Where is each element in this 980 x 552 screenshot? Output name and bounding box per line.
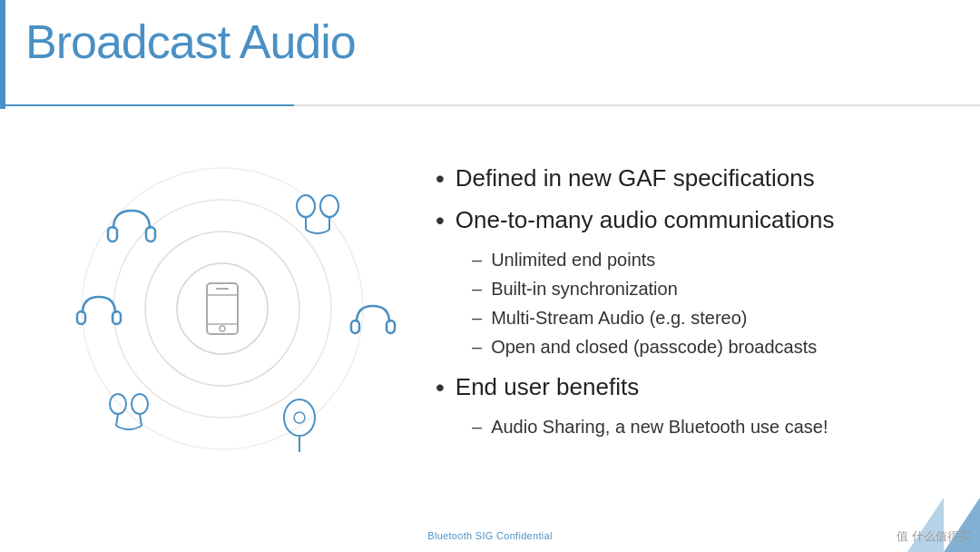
earbuds-icon-tr bbox=[297, 195, 338, 233]
svg-point-7 bbox=[220, 326, 225, 331]
svg-rect-10 bbox=[146, 227, 155, 242]
svg-line-20 bbox=[116, 414, 118, 426]
sub-bullets-3: – Audio Sharing, a new Bluetooth use cas… bbox=[472, 414, 944, 443]
sub-dash-2-3: – bbox=[472, 305, 482, 330]
sub-bullet-2-3: – Multi-Stream Audio (e.g. stereo) bbox=[472, 305, 944, 330]
footer-label: Bluetooth SIG Confidential bbox=[427, 530, 552, 541]
page-title: Broadcast Audio bbox=[25, 16, 356, 68]
sub-dash-2-4: – bbox=[472, 334, 482, 360]
sub-bullet-2-2: – Built-in synchronization bbox=[472, 276, 944, 301]
headphone-icon-r bbox=[351, 306, 395, 333]
svg-rect-8 bbox=[216, 288, 229, 290]
headphone-icon-tl bbox=[108, 211, 155, 242]
sub-bullet-2-4: – Open and closed (passcode) broadcasts bbox=[472, 334, 944, 360]
bullet-text-1: Defined in new GAF specifications bbox=[456, 163, 815, 194]
svg-point-11 bbox=[297, 195, 315, 217]
sub-text-2-4: Open and closed (passcode) broadcasts bbox=[491, 334, 817, 360]
sub-text-2-2: Built-in synchronization bbox=[491, 276, 678, 301]
bullet-dot-2: • bbox=[436, 205, 445, 236]
bullet-dot-1: • bbox=[436, 163, 445, 194]
bullet-text-2: One-to-many audio communications bbox=[456, 205, 835, 236]
sub-text-3-1: Audio Sharing, a new Bluetooth use case! bbox=[491, 414, 828, 439]
bullet-2: • One-to-many audio communications bbox=[436, 205, 944, 236]
sub-text-2-1: Unlimited end points bbox=[491, 247, 655, 272]
watermark-text: 值 什么值得买 bbox=[897, 528, 971, 545]
svg-point-24 bbox=[294, 412, 305, 423]
broadcast-illustration bbox=[41, 127, 404, 490]
sub-dash-2-2: – bbox=[472, 276, 482, 301]
svg-rect-18 bbox=[387, 320, 395, 333]
svg-line-22 bbox=[140, 414, 142, 426]
sub-dash-3-1: – bbox=[472, 414, 482, 439]
sub-dash-2-1: – bbox=[472, 247, 482, 272]
svg-rect-9 bbox=[108, 227, 117, 242]
illustration-area bbox=[27, 118, 417, 499]
content-area: • Defined in new GAF specifications • On… bbox=[436, 118, 944, 498]
bullet-3: • End user benefits bbox=[436, 372, 944, 403]
sub-text-2-3: Multi-Stream Audio (e.g. stereo) bbox=[491, 305, 747, 330]
title-area: Broadcast Audio bbox=[25, 16, 356, 68]
svg-rect-17 bbox=[351, 320, 359, 333]
svg-point-1 bbox=[145, 232, 299, 386]
svg-point-13 bbox=[320, 195, 338, 217]
title-divider bbox=[0, 104, 980, 106]
top-accent-bar bbox=[0, 0, 5, 109]
bullet-text-3: End user benefits bbox=[456, 372, 639, 403]
svg-point-0 bbox=[177, 263, 268, 354]
bullet-dot-3: • bbox=[436, 372, 445, 403]
sub-bullet-3-1: – Audio Sharing, a new Bluetooth use cas… bbox=[472, 414, 944, 439]
bullet-1: • Defined in new GAF specifications bbox=[436, 163, 944, 194]
sub-bullets-2: – Unlimited end points – Built-in synchr… bbox=[472, 247, 944, 363]
svg-point-23 bbox=[284, 399, 315, 436]
svg-point-21 bbox=[132, 394, 148, 414]
sub-bullet-2-1: – Unlimited end points bbox=[472, 247, 944, 272]
footer-text: Bluetooth SIG Confidential bbox=[427, 530, 552, 541]
